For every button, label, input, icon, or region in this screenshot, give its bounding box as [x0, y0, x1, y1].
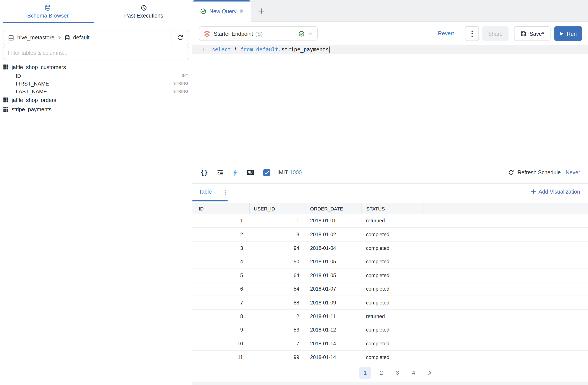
checkbox-checked-icon[interactable] — [263, 169, 271, 176]
active-tab-top-bar — [192, 0, 251, 1]
tab-label: Past Executions — [124, 13, 163, 19]
table-cell: 2018-01-01 — [306, 218, 361, 224]
endpoint-status-icon — [298, 31, 305, 37]
table-cell: 88 — [249, 300, 306, 305]
table-cell-filler — [423, 214, 588, 227]
revert-button[interactable]: Revert — [438, 26, 454, 41]
next-page-button[interactable] — [424, 367, 436, 379]
tab-table-visualization[interactable]: Table — [199, 189, 212, 195]
page-button-4[interactable]: 4 — [408, 367, 420, 379]
refresh-schedule-value[interactable]: Never — [566, 170, 580, 176]
table-cell: returned — [361, 314, 423, 319]
more-actions-button[interactable] — [465, 26, 479, 41]
table-row: 4502018-01-05completed — [192, 255, 588, 269]
refresh-icon — [508, 170, 514, 176]
chevron-right-icon — [428, 370, 432, 375]
table-row: 9532018-01-12completed — [192, 323, 588, 337]
catalog-icon — [8, 34, 14, 41]
add-visualization-button[interactable]: Add Visualization — [531, 189, 580, 195]
tree-table-item[interactable]: jaffle_shop_orders — [3, 95, 189, 105]
sidebar-tab-bar: Schema Browser Past Executions — [0, 0, 192, 23]
column-name: LAST_NAME — [16, 88, 47, 94]
tab-label: Schema Browser — [27, 13, 69, 19]
page-button-1[interactable]: 1 — [359, 367, 371, 379]
save-button[interactable]: Save* — [514, 26, 550, 41]
play-icon — [560, 31, 564, 36]
column-header-order_date[interactable]: ORDER_DATE — [306, 203, 361, 214]
page-button-2[interactable]: 2 — [375, 367, 387, 379]
keyboard-icon[interactable] — [247, 170, 255, 175]
results-table: IDUSER_IDORDER_DATESTATUS 112018-01-01re… — [192, 203, 588, 364]
table-cell-filler — [423, 310, 588, 323]
table-cell: 3 — [249, 232, 306, 237]
tree-column-item[interactable]: FIRST_NAME STRING — [3, 80, 189, 87]
query-panel: New Query Starter Endpoint (S) — [192, 0, 588, 385]
chevron-right-icon — [57, 36, 62, 40]
lightning-icon[interactable] — [233, 169, 238, 176]
page-button-3[interactable]: 3 — [391, 367, 403, 379]
active-visualization-underline — [192, 200, 228, 201]
add-tab-button[interactable] — [256, 6, 266, 16]
table-cell-filler — [423, 282, 588, 296]
endpoint-selector[interactable]: Starter Endpoint (S) — [199, 26, 318, 41]
share-button[interactable]: Share — [482, 26, 508, 41]
table-row: 3942018-01-04completed — [192, 241, 588, 255]
tree-column-item[interactable]: LAST_NAME STRING — [3, 87, 189, 95]
tree-table-item[interactable]: stripe_payments — [3, 105, 189, 114]
breadcrumb-schema[interactable]: default — [73, 34, 89, 41]
table-cell: 2018-01-07 — [306, 286, 361, 292]
table-cell: 2018-01-14 — [306, 341, 361, 346]
table-row: 6542018-01-07completed — [192, 282, 588, 296]
refresh-schedule-label: Refresh Schedule — [517, 170, 561, 176]
sql-token — [253, 46, 256, 53]
floppy-icon — [521, 31, 526, 37]
visualization-kebab-icon[interactable] — [221, 188, 230, 197]
table-cell: 7 — [249, 341, 306, 346]
column-type: STRING — [173, 89, 189, 93]
tab-schema-browser[interactable]: Schema Browser — [0, 0, 96, 23]
table-cell: 3 — [192, 245, 249, 251]
schema-sidebar: Schema Browser Past Executions — [0, 0, 192, 385]
breadcrumb-path[interactable]: hive_metastore default — [3, 30, 171, 45]
column-header-id[interactable]: ID — [192, 203, 249, 214]
sql-editor[interactable]: 1 select * from default.stripe_payments — [192, 45, 588, 54]
table-cell: completed — [361, 354, 423, 360]
sql-token — [231, 46, 234, 53]
table-cell: 2018-01-05 — [306, 273, 361, 278]
tab-new-query[interactable]: New Query — [192, 0, 251, 22]
table-cell: 11 — [192, 354, 249, 360]
breadcrumb: hive_metastore default — [3, 30, 189, 45]
sql-token: . — [278, 46, 281, 53]
table-cell: completed — [361, 273, 423, 278]
save-label: Save* — [529, 31, 544, 37]
refresh-schema-button[interactable] — [171, 30, 189, 45]
filter-input[interactable] — [3, 46, 189, 60]
table-cell: 2018-01-02 — [306, 232, 361, 237]
table-cell-filler — [423, 296, 588, 309]
table-cell-filler — [423, 351, 588, 364]
limit-toggle[interactable]: LIMIT 1000 — [263, 169, 302, 176]
tree-table-item[interactable]: jaffle_shop_customers — [3, 62, 189, 72]
table-cell: 6 — [192, 286, 249, 292]
table-cell: completed — [361, 341, 423, 346]
chevron-down-icon — [308, 31, 313, 36]
limit-label: LIMIT 1000 — [274, 170, 302, 176]
column-header-status[interactable]: STATUS — [361, 203, 423, 214]
run-button[interactable]: Run — [554, 26, 582, 41]
tree-column-item[interactable]: ID INT — [3, 72, 189, 80]
format-query-icon[interactable]: {} — [200, 169, 208, 176]
column-type: INT — [182, 73, 189, 78]
line-number: 1 — [192, 46, 205, 53]
table-cell: completed — [361, 259, 423, 265]
indent-icon[interactable] — [217, 169, 224, 176]
run-label: Run — [567, 31, 577, 37]
sql-token — [237, 46, 240, 53]
table-cell: 50 — [249, 259, 306, 265]
table-grid-icon — [3, 64, 9, 70]
table-grid-icon — [3, 107, 9, 112]
tab-past-executions[interactable]: Past Executions — [96, 0, 192, 23]
column-header-user_id[interactable]: USER_ID — [249, 203, 306, 214]
breadcrumb-catalog[interactable]: hive_metastore — [17, 34, 55, 41]
results-header: Table Add Visualization — [192, 184, 588, 203]
table-row: 7882018-01-09completed — [192, 296, 588, 310]
